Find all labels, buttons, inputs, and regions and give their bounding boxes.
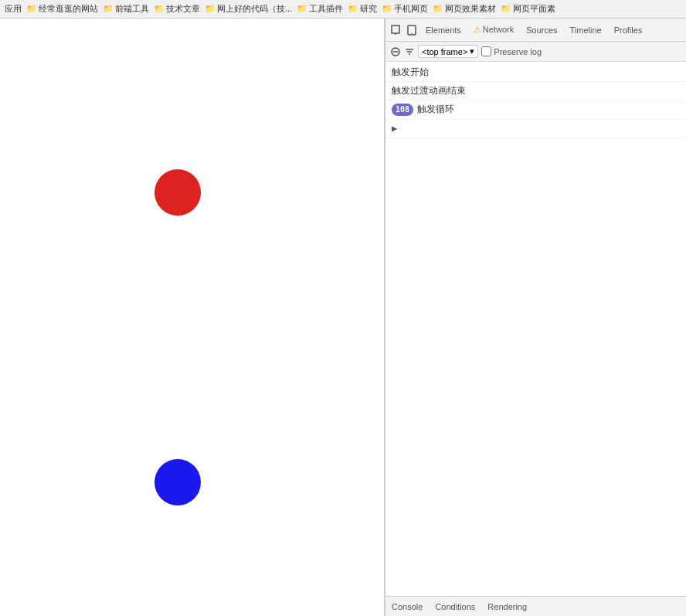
bookmark-label-2: 技术文章: [166, 3, 200, 15]
bookmark-4[interactable]: 📁 工具插件: [297, 3, 343, 15]
tab-timeline[interactable]: Timeline: [564, 22, 608, 38]
devtools-toolbar: <top frame> ▾ Preserve log: [385, 42, 686, 62]
bookmark-label-1: 前端工具: [115, 3, 149, 15]
webpage-panel: [0, 19, 385, 616]
main-layout: Elements ⚠Network Sources Timeline Profi…: [0, 19, 686, 616]
bookmark-label-7: 网页效果素材: [445, 3, 496, 15]
bookmark-label-4: 工具插件: [309, 3, 343, 15]
blue-circle: [155, 459, 201, 505]
folder-icon-2: 📁: [154, 4, 165, 14]
bookmarks-label: 应用: [5, 3, 22, 15]
red-circle: [155, 169, 201, 216]
svg-point-3: [411, 32, 412, 33]
folder-icon-6: 📁: [382, 4, 392, 14]
console-badge-2: 108: [392, 104, 413, 116]
bottom-tab-conditions[interactable]: Conditions: [429, 599, 481, 614]
console-line-1: 触发过渡动画结束: [385, 82, 686, 100]
bottom-tab-console[interactable]: Console: [385, 599, 429, 614]
chevron-down-icon: ▾: [470, 46, 474, 56]
preserve-log-checkbox[interactable]: [481, 46, 491, 56]
bookmark-2[interactable]: 📁 技术文章: [154, 3, 200, 15]
mobile-icon[interactable]: [406, 24, 418, 36]
filter-icon[interactable]: [404, 46, 415, 57]
expand-arrow-icon[interactable]: ▶: [392, 121, 397, 136]
tab-elements[interactable]: Elements: [419, 22, 467, 38]
devtools-panel: Elements ⚠Network Sources Timeline Profi…: [385, 19, 686, 616]
bookmark-label-8: 网页平面素: [513, 3, 555, 15]
folder-icon-8: 📁: [501, 4, 511, 14]
preserve-log-container: Preserve log: [481, 46, 542, 56]
console-output: 触发开始 触发过渡动画结束 108 触发循环 ▶: [385, 62, 686, 596]
bookmark-label-5: 研究: [360, 3, 377, 15]
console-line-0: 触发开始: [385, 63, 686, 82]
devtools-bottom-tabs: Console Conditions Rendering: [385, 596, 686, 616]
bookmark-1[interactable]: 📁 前端工具: [103, 3, 149, 15]
frame-selector-label: <top frame>: [422, 47, 467, 56]
console-text-1: 触发过渡动画结束: [392, 83, 466, 98]
folder-icon-3: 📁: [205, 4, 216, 14]
tab-profiles[interactable]: Profiles: [608, 22, 649, 38]
browser-toolbar: 应用 📁 经常逛逛的网站 📁 前端工具 📁 技术文章 📁 网上好的代码（技...…: [0, 0, 686, 19]
bookmark-3[interactable]: 📁 网上好的代码（技...: [205, 3, 292, 15]
console-expand-line[interactable]: ▶: [385, 120, 686, 138]
inspect-icon[interactable]: [390, 24, 402, 36]
console-text-2: 触发循环: [417, 102, 454, 117]
console-line-2: 108 触发循环: [385, 100, 686, 119]
console-text-0: 触发开始: [392, 65, 429, 80]
bookmark-8[interactable]: 📁 网页平面素: [501, 3, 555, 15]
folder-icon-4: 📁: [297, 4, 307, 14]
bottom-tab-rendering[interactable]: Rendering: [481, 599, 533, 614]
devtools-tabs-bar: Elements ⚠Network Sources Timeline Profi…: [385, 19, 686, 42]
folder-icon-7: 📁: [433, 4, 443, 14]
warning-icon: ⚠: [474, 25, 481, 34]
svg-rect-0: [392, 26, 399, 33]
bookmark-0[interactable]: 📁 经常逛逛的网站: [26, 3, 98, 15]
tab-sources[interactable]: Sources: [520, 22, 563, 38]
bookmark-7[interactable]: 📁 网页效果素材: [433, 3, 496, 15]
folder-icon-0: 📁: [26, 4, 37, 14]
folder-icon-5: 📁: [348, 4, 358, 14]
stop-icon[interactable]: [390, 46, 401, 57]
preserve-log-label: Preserve log: [494, 47, 542, 56]
frame-selector[interactable]: <top frame> ▾: [418, 45, 478, 58]
bookmark-5[interactable]: 📁 研究: [348, 3, 377, 15]
bookmark-label-6: 手机网页: [394, 3, 428, 15]
tab-network[interactable]: ⚠Network: [467, 22, 520, 38]
folder-icon-1: 📁: [103, 4, 114, 14]
bookmark-label-0: 经常逛逛的网站: [39, 3, 98, 15]
bookmark-6[interactable]: 📁 手机网页: [382, 3, 428, 15]
bookmark-label-3: 网上好的代码（技...: [217, 3, 292, 15]
